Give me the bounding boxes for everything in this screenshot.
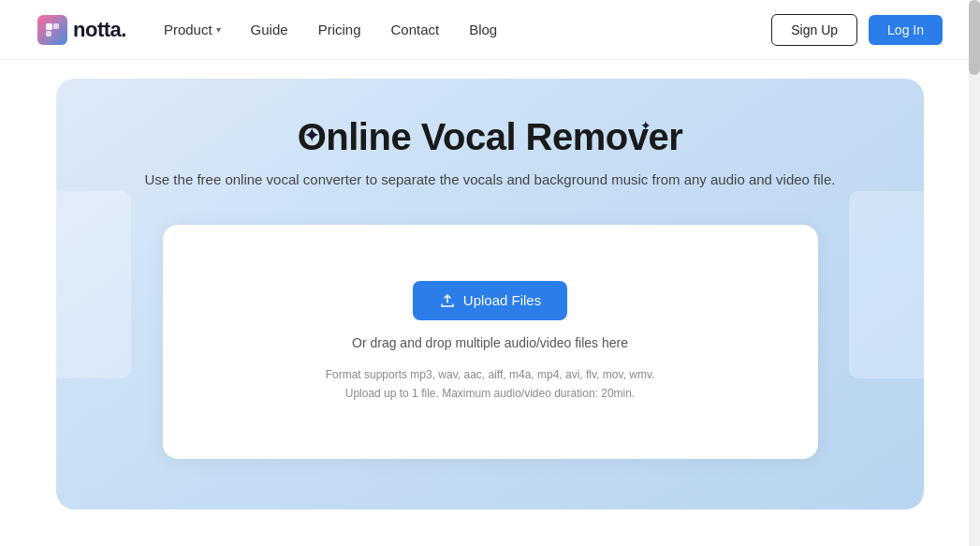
format-info: Format supports mp3, wav, aac, aiff, m4a… bbox=[326, 365, 655, 404]
svg-rect-0 bbox=[46, 23, 52, 30]
format-text: Format supports mp3, wav, aac, aiff, m4a… bbox=[326, 368, 655, 381]
svg-rect-2 bbox=[46, 31, 51, 37]
logo-text: notta. bbox=[73, 18, 126, 42]
sparkle-small-icon: ✦ bbox=[640, 118, 651, 133]
limit-text: Upload up to 1 file. Maximum audio/video… bbox=[345, 387, 636, 400]
hero-wrapper: ✦ ✦ Online Vocal Remover Use the free on… bbox=[0, 60, 980, 509]
hero-title: Online Vocal Remover bbox=[94, 116, 886, 158]
side-panel-left bbox=[56, 191, 131, 378]
hero-title-area: ✦ ✦ Online Vocal Remover bbox=[94, 116, 886, 158]
hero-subtitle: Use the free online vocal converter to s… bbox=[94, 170, 886, 191]
nav-pricing[interactable]: Pricing bbox=[318, 22, 361, 37]
nav-guide[interactable]: Guide bbox=[251, 22, 288, 37]
header-right: Sign Up Log In bbox=[771, 14, 943, 46]
side-panel-right bbox=[849, 191, 924, 378]
nav-contact[interactable]: Contact bbox=[390, 22, 439, 37]
upload-button-label: Upload Files bbox=[463, 292, 541, 308]
logo-icon bbox=[37, 15, 67, 45]
upload-card: Upload Files Or drag and drop multiple a… bbox=[163, 225, 818, 460]
upload-button[interactable]: Upload Files bbox=[413, 281, 567, 320]
sparkle-icon: ✦ bbox=[303, 124, 320, 148]
hero-card: ✦ ✦ Online Vocal Remover Use the free on… bbox=[56, 79, 924, 509]
nav-blog[interactable]: Blog bbox=[469, 22, 497, 37]
login-button[interactable]: Log In bbox=[869, 15, 943, 45]
product-chevron-icon: ▾ bbox=[216, 24, 221, 35]
signup-button[interactable]: Sign Up bbox=[771, 14, 857, 46]
nav-product[interactable]: Product ▾ bbox=[164, 22, 221, 37]
header: notta. Product ▾ Guide Pricing Contact B… bbox=[0, 0, 980, 60]
logo[interactable]: notta. bbox=[37, 15, 126, 45]
upload-icon bbox=[439, 292, 456, 309]
drag-drop-text: Or drag and drop multiple audio/video fi… bbox=[352, 335, 628, 350]
nav: Product ▾ Guide Pricing Contact Blog bbox=[164, 22, 497, 37]
svg-rect-1 bbox=[53, 23, 59, 29]
header-left: notta. Product ▾ Guide Pricing Contact B… bbox=[37, 15, 497, 45]
